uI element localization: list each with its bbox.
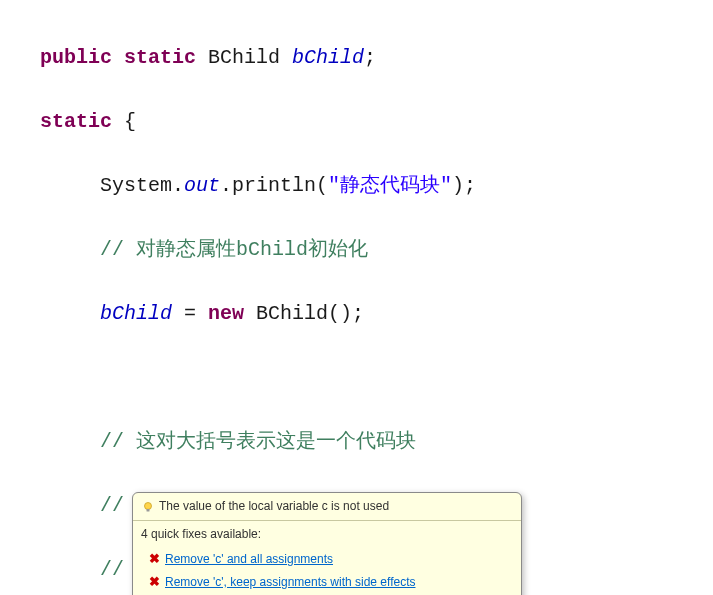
quick-fix-row[interactable]: ✖ Remove 'c', keep assignments with side… [141,571,513,594]
semicolon: ; [364,46,376,69]
keyword-static: static [40,110,112,133]
code-line: System.out.println("静态代码块"); [40,170,713,202]
comment: // 这对大括号表示这是一个代码块 [100,430,416,453]
warning-tooltip: The value of the local variable c is not… [132,492,522,595]
fixes-count-label: 4 quick fixes available: [141,523,513,548]
code-line-blank [40,362,713,394]
quick-fix-row[interactable]: ✖ Remove 'c' and all assignments [141,548,513,571]
svg-rect-1 [147,509,150,512]
keyword-new: new [208,302,244,325]
lightbulb-icon [141,500,155,514]
field-name: bChild [292,46,364,69]
code-line: static { [40,106,713,138]
remove-icon: ✖ [147,572,161,593]
field-name: bChild [100,302,172,325]
keyword-public: public [40,46,112,69]
close-paren: ); [452,174,476,197]
field-out: out [184,174,220,197]
tooltip-body: 4 quick fixes available: ✖ Remove 'c' an… [133,521,521,595]
code-line: bChild = new BChild(); [40,298,713,330]
quick-fix-link[interactable]: Remove 'c' and all assignments [165,550,333,569]
remove-icon: ✖ [147,549,161,570]
type-name: BChild [208,46,280,69]
code-line: // 对静态属性bChild初始化 [40,234,713,266]
warning-text: The value of the local variable c is not… [159,497,389,516]
class-ref: System. [100,174,184,197]
keyword-static: static [124,46,196,69]
svg-point-0 [145,502,152,509]
constructor-call: BChild(); [244,302,364,325]
equals: = [172,302,208,325]
code-line: // 这对大括号表示这是一个代码块 [40,426,713,458]
brace-open: { [124,110,136,133]
tooltip-header: The value of the local variable c is not… [133,493,521,521]
string-literal: "静态代码块" [328,174,452,197]
comment: // 对静态属性bChild初始化 [100,238,368,261]
code-line: public static BChild bChild; [40,42,713,74]
quick-fix-link[interactable]: Remove 'c', keep assignments with side e… [165,573,415,592]
method-call: .println( [220,174,328,197]
